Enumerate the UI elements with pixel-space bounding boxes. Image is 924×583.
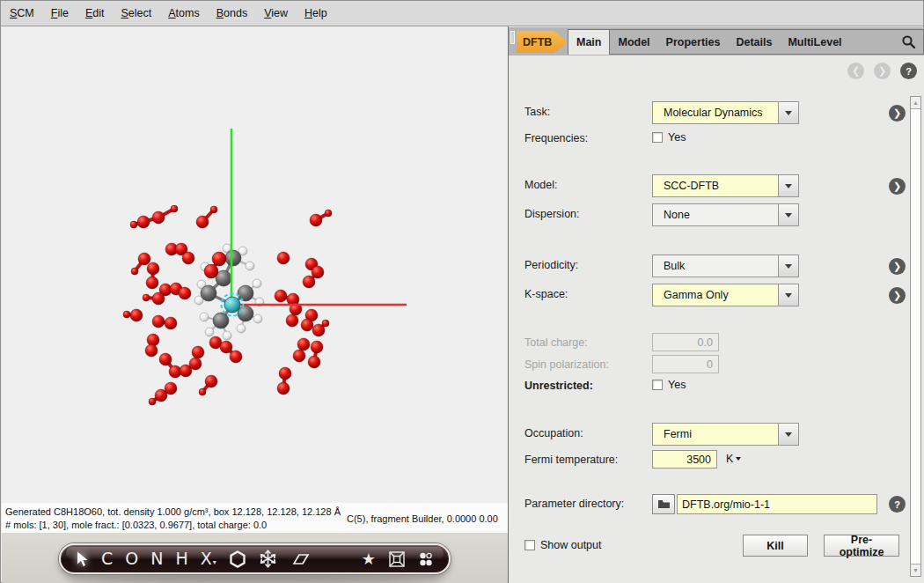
menu-item-scm[interactable]: SCM bbox=[10, 7, 34, 19]
task-detail-button[interactable]: ❯ bbox=[889, 105, 906, 122]
fragments-icon bbox=[418, 551, 434, 567]
panel-help-button[interactable]: ? bbox=[900, 63, 917, 79]
toolbar-row: C O N H X▾ bbox=[2, 533, 508, 583]
menubar: SCMFileEditSelectAtomsBondsViewHelp bbox=[1, 1, 923, 26]
parallelogram-icon bbox=[290, 552, 311, 566]
menu-item-view[interactable]: View bbox=[264, 7, 288, 19]
search-button[interactable] bbox=[901, 30, 923, 54]
kspace-dropdown-arrow-icon bbox=[778, 284, 798, 306]
fermi-temperature-unit-selector[interactable]: K bbox=[726, 453, 741, 465]
menu-item-help[interactable]: Help bbox=[304, 7, 327, 19]
carbon-tool[interactable]: C bbox=[101, 550, 113, 567]
tab-main[interactable]: Main bbox=[568, 30, 610, 55]
scroll-down-icon[interactable]: ▼ bbox=[911, 564, 920, 576]
hydrogen-tool[interactable]: H bbox=[175, 550, 187, 567]
total-charge-value: 0.0 bbox=[698, 336, 713, 349]
parameter-directory-label: Parameter directory: bbox=[524, 498, 624, 510]
task-dropdown-arrow-icon bbox=[778, 102, 798, 123]
task-label: Task: bbox=[524, 106, 550, 118]
periodicity-dropdown-arrow-icon bbox=[778, 255, 798, 277]
periodicity-detail-button[interactable]: ❯ bbox=[889, 258, 906, 275]
frequencies-option-label: Yes bbox=[668, 131, 686, 144]
molecule-viewport[interactable] bbox=[2, 27, 508, 503]
dispersion-dropdown[interactable]: None bbox=[652, 203, 799, 226]
nav-forward-button[interactable]: ❯ bbox=[874, 63, 891, 79]
element-picker-tool[interactable]: X▾ bbox=[201, 550, 216, 567]
model-value: SCC-DFTB bbox=[653, 175, 778, 196]
periodicity-dropdown[interactable]: Bulk bbox=[652, 255, 799, 277]
model-detail-button[interactable]: ❯ bbox=[889, 178, 906, 195]
panel-grip-handle[interactable] bbox=[510, 31, 515, 44]
ring-tool[interactable] bbox=[229, 550, 246, 568]
model-dropdown[interactable]: SCC-DFTB bbox=[652, 174, 799, 197]
menu-item-atoms[interactable]: Atoms bbox=[168, 7, 199, 19]
tab-multilevel[interactable]: MultiLevel bbox=[780, 30, 849, 54]
panel-tabs: Main Model Properties Details MultiLevel bbox=[568, 29, 924, 55]
kspace-detail-button[interactable]: ❯ bbox=[889, 287, 906, 304]
frequencies-label: Frequencies: bbox=[524, 132, 588, 144]
model-dropdown-arrow-icon bbox=[778, 175, 798, 196]
pointer-icon bbox=[76, 551, 89, 567]
element-x-label: X bbox=[201, 550, 212, 567]
frequencies-checkbox[interactable] bbox=[652, 132, 663, 143]
menu-item-select[interactable]: Select bbox=[121, 7, 152, 19]
unrestricted-option-label: Yes bbox=[668, 379, 686, 391]
fermi-temperature-label: Fermi temperature: bbox=[524, 454, 618, 466]
snowflake-icon bbox=[259, 550, 277, 568]
dftb-panel: DFTB Main Model Properties Details Multi… bbox=[509, 27, 924, 583]
kill-button[interactable]: Kill bbox=[743, 535, 808, 557]
show-output-checkbox[interactable] bbox=[524, 540, 535, 550]
kspace-dropdown[interactable]: Gamma Only bbox=[652, 284, 799, 306]
element-picker-dropdown-icon: ▾ bbox=[213, 559, 216, 566]
total-charge-label: Total charge: bbox=[524, 336, 588, 349]
panel-tabbar: DFTB Main Model Properties Details Multi… bbox=[509, 27, 924, 55]
menu-item-edit[interactable]: Edit bbox=[85, 7, 105, 19]
tab-details[interactable]: Details bbox=[728, 30, 780, 54]
dispersion-dropdown-arrow-icon bbox=[778, 204, 798, 225]
scroll-up-icon[interactable]: ▲ bbox=[911, 97, 920, 109]
periodicity-label: Periodicity: bbox=[524, 259, 578, 271]
oxygen-tool[interactable]: O bbox=[125, 550, 138, 567]
tab-properties[interactable]: Properties bbox=[658, 30, 729, 54]
parameter-directory-value: DFTB.org/mio-1-1 bbox=[682, 498, 770, 511]
task-dropdown[interactable]: Molecular Dynamics bbox=[652, 101, 799, 124]
crystal-tool[interactable] bbox=[259, 550, 277, 568]
occupation-value: Fermi bbox=[653, 424, 778, 445]
panel-scrollbar[interactable]: ▲ ▼ bbox=[910, 96, 921, 577]
plane-tool[interactable] bbox=[290, 552, 311, 566]
status-selected-atom: C(5), fragment Builder, 0.0000 0.00 bbox=[347, 513, 508, 524]
dock-reflection bbox=[68, 577, 442, 583]
menu-item-bonds[interactable]: Bonds bbox=[216, 7, 247, 19]
dispersion-value: None bbox=[653, 204, 778, 225]
fermi-temperature-unit: K bbox=[726, 453, 733, 465]
show-output-row: Show output bbox=[524, 539, 602, 551]
browse-directory-button[interactable] bbox=[652, 494, 675, 514]
fragments-tool[interactable] bbox=[418, 551, 434, 567]
unrestricted-checkbox[interactable] bbox=[652, 380, 663, 390]
occupation-dropdown-arrow-icon bbox=[778, 424, 798, 445]
tab-model[interactable]: Model bbox=[610, 30, 657, 54]
tool-dock: C O N H X▾ bbox=[59, 543, 451, 574]
fermi-temperature-value: 3500 bbox=[686, 454, 711, 466]
dftb-method-tab[interactable]: DFTB bbox=[517, 31, 568, 53]
model-label: Model: bbox=[524, 179, 558, 191]
total-charge-input: 0.0 bbox=[652, 333, 719, 351]
unrestricted-label: Unrestricted: bbox=[524, 380, 593, 392]
parameter-directory-help-button[interactable]: ? bbox=[889, 496, 906, 513]
spin-polarization-input: 0 bbox=[652, 355, 719, 373]
occupation-dropdown[interactable]: Fermi bbox=[652, 423, 799, 446]
parameter-directory-input[interactable]: DFTB.org/mio-1-1 bbox=[677, 494, 877, 514]
favorites-tool[interactable]: ★ bbox=[362, 551, 376, 567]
preoptimize-button[interactable]: Pre-optimize bbox=[824, 535, 899, 557]
statusbar: Generated C8H18O60, tot. density 1.000 g… bbox=[2, 503, 508, 533]
fermi-temperature-input[interactable]: 3500 bbox=[652, 450, 717, 469]
kspace-label: K-space: bbox=[524, 288, 568, 300]
pointer-tool[interactable] bbox=[76, 551, 89, 567]
unit-cell-tool[interactable] bbox=[388, 550, 406, 568]
nitrogen-tool[interactable]: N bbox=[150, 550, 163, 567]
hexagon-icon bbox=[229, 550, 246, 568]
unit-cell-icon bbox=[388, 550, 406, 568]
folder-icon bbox=[657, 499, 671, 509]
nav-back-button[interactable]: ❮ bbox=[847, 63, 864, 79]
menu-item-file[interactable]: File bbox=[51, 7, 69, 19]
